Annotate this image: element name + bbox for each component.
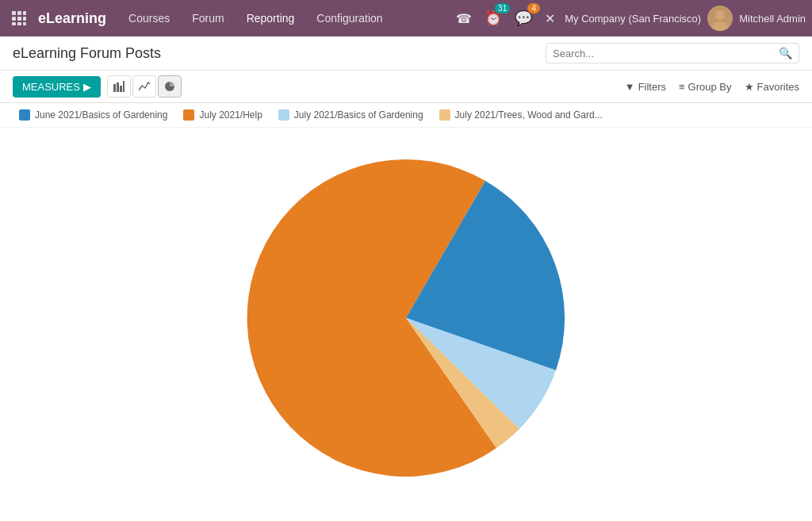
svg-rect-12	[113, 84, 116, 92]
top-nav: eLearning Courses Forum Reporting Config…	[0, 0, 812, 36]
toolbar-right: ▼ Filters ≡ Group By ★ Favorites	[625, 81, 799, 93]
nav-reporting[interactable]: Reporting	[237, 9, 304, 28]
legend-label-2: July 2021/Basics of Gardening	[294, 109, 423, 121]
pie-chart	[232, 144, 580, 492]
legend-color-1	[183, 109, 194, 121]
legend-label-0: June 2021/Basics of Gardening	[35, 109, 167, 121]
chart-legend: June 2021/Basics of Gardening July 2021/…	[0, 103, 812, 128]
nav-configuration[interactable]: Configuration	[307, 9, 392, 28]
chart-area	[0, 128, 812, 508]
legend-item-2: July 2021/Basics of Gardening	[278, 109, 423, 121]
svg-rect-3	[12, 17, 16, 21]
measures-button[interactable]: MEASURES ▶	[13, 76, 101, 98]
svg-rect-7	[17, 22, 21, 25]
svg-rect-4	[17, 17, 21, 21]
phone-button[interactable]: ☎	[453, 8, 475, 29]
search-icon[interactable]: 🔍	[779, 47, 792, 59]
svg-rect-8	[23, 22, 26, 25]
activity-badge: 31	[495, 3, 510, 13]
nav-forum[interactable]: Forum	[182, 9, 233, 28]
nav-links: Courses Forum Reporting Configuration	[119, 9, 450, 28]
search-input[interactable]	[553, 48, 779, 59]
pie-chart-button[interactable]	[158, 75, 182, 98]
sub-header: eLearning Forum Posts 🔍	[0, 36, 812, 71]
activity-button[interactable]: ⏰ 31	[481, 6, 505, 30]
grid-menu-icon[interactable]	[6, 6, 32, 31]
legend-label-3: July 2021/Trees, Wood and Gard...	[455, 109, 603, 121]
app-brand[interactable]: eLearning	[35, 10, 116, 27]
nav-courses[interactable]: Courses	[119, 9, 179, 28]
nav-right: ☎ ⏰ 31 💬 4 ✕ My Company (San Francisco) …	[453, 6, 806, 31]
svg-rect-0	[12, 11, 16, 15]
messages-badge: 4	[527, 3, 540, 13]
user-avatar[interactable]	[707, 6, 733, 31]
user-name[interactable]: Mitchell Admin	[739, 13, 806, 25]
search-box[interactable]: 🔍	[546, 43, 799, 63]
messages-button[interactable]: 💬 4	[511, 6, 535, 30]
filters-button[interactable]: ▼ Filters	[625, 81, 666, 93]
line-chart-button[interactable]	[132, 75, 156, 98]
legend-color-0	[19, 109, 30, 121]
groupby-button[interactable]: ≡ Group By	[679, 81, 732, 93]
wrench-button[interactable]: ✕	[542, 8, 558, 29]
company-name[interactable]: My Company (San Francisco)	[565, 13, 701, 25]
svg-point-10	[715, 10, 725, 20]
chart-type-buttons	[107, 75, 182, 98]
legend-color-3	[439, 109, 450, 121]
svg-rect-1	[17, 11, 21, 15]
legend-item-3: July 2021/Trees, Wood and Gard...	[439, 109, 603, 121]
toolbar: MEASURES ▶ ▼ Filters	[0, 71, 812, 103]
legend-item-1: July 2021/Help	[183, 109, 262, 121]
page-title: eLearning Forum Posts	[13, 45, 161, 62]
svg-rect-14	[120, 86, 122, 92]
legend-label-1: July 2021/Help	[199, 109, 262, 121]
svg-rect-15	[123, 81, 124, 92]
legend-item-0: June 2021/Basics of Gardening	[19, 109, 167, 121]
svg-rect-13	[117, 82, 119, 92]
legend-color-2	[278, 109, 289, 121]
favorites-button[interactable]: ★ Favorites	[745, 81, 799, 93]
svg-rect-6	[12, 22, 16, 25]
svg-rect-2	[23, 11, 26, 15]
bar-chart-button[interactable]	[107, 75, 131, 98]
svg-rect-5	[23, 17, 26, 21]
